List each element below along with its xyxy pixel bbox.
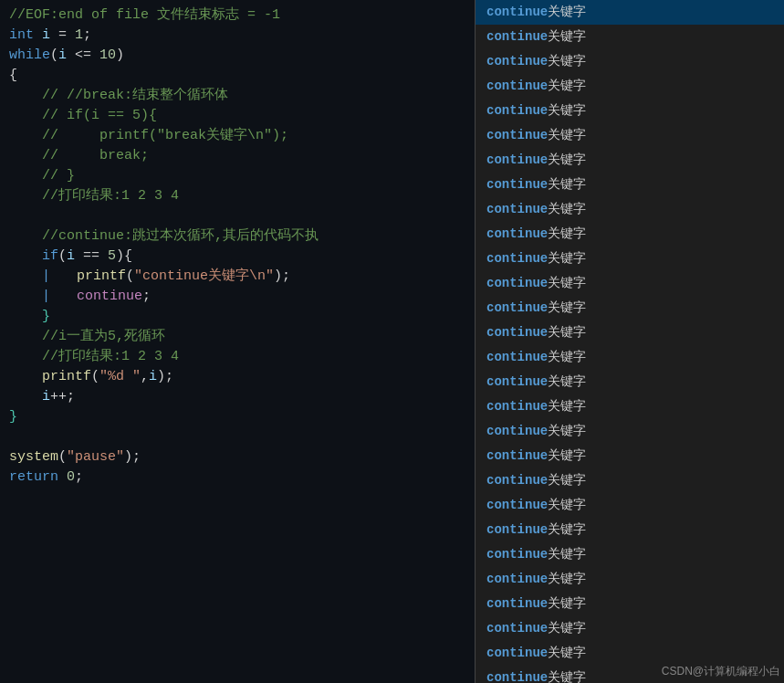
code-line-2: int i = 1 ; — [9, 26, 465, 46]
code-line-17: //i一直为5,死循环 — [9, 327, 465, 347]
code-line-18: //打印结果:1 2 3 4 — [9, 347, 465, 367]
code-line-11 — [9, 206, 465, 226]
autocomplete-item-25[interactable]: continue关键字 — [476, 616, 784, 641]
autocomplete-item-23[interactable]: continue关键字 — [476, 567, 784, 592]
autocomplete-item-0[interactable]: continue关键字 — [476, 0, 784, 25]
code-line-16: } — [9, 307, 465, 327]
watermark: CSDN@计算机编程小白 — [662, 664, 780, 679]
autocomplete-item-19[interactable]: continue关键字 — [476, 468, 784, 493]
code-line-19: printf ( "%d " , i ); — [9, 367, 465, 387]
autocomplete-item-15[interactable]: continue关键字 — [476, 370, 784, 394]
autocomplete-item-22[interactable]: continue关键字 — [476, 542, 784, 567]
code-line-12: //continue:跳过本次循环,其后的代码不执 — [9, 226, 465, 247]
code-line-4: { — [9, 66, 465, 86]
autocomplete-item-2[interactable]: continue关键字 — [476, 49, 784, 74]
autocomplete-item-11[interactable]: continue关键字 — [476, 271, 784, 296]
code-line-9: // } — [9, 166, 465, 186]
code-line-15: | continue ; — [9, 287, 465, 307]
code-line-7: // printf("break关键字\n"); — [9, 126, 465, 146]
code-line-14: | printf ( "continue关键字\n" ); — [9, 267, 465, 287]
code-line-1: //EOF:end of file 文件结束标志 = -1 — [9, 5, 465, 26]
autocomplete-item-18[interactable]: continue关键字 — [476, 444, 784, 468]
autocomplete-item-6[interactable]: continue关键字 — [476, 148, 784, 173]
autocomplete-item-3[interactable]: continue关键字 — [476, 74, 784, 99]
autocomplete-item-5[interactable]: continue关键字 — [476, 123, 784, 148]
code-line-10: //打印结果:1 2 3 4 — [9, 186, 465, 206]
autocomplete-item-20[interactable]: continue关键字 — [476, 493, 784, 518]
code-line-21: } — [9, 407, 465, 427]
autocomplete-item-4[interactable]: continue关键字 — [476, 99, 784, 123]
autocomplete-item-26[interactable]: continue关键字 — [476, 641, 784, 666]
autocomplete-item-7[interactable]: continue关键字 — [476, 173, 784, 197]
autocomplete-item-14[interactable]: continue关键字 — [476, 345, 784, 370]
autocomplete-item-17[interactable]: continue关键字 — [476, 419, 784, 444]
code-line-8: // break; — [9, 146, 465, 166]
autocomplete-dropdown[interactable]: continue关键字 continue关键字 continue关键字 cont… — [475, 0, 784, 683]
autocomplete-item-21[interactable]: continue关键字 — [476, 518, 784, 542]
code-line-13: if ( i == 5 ){ — [9, 247, 465, 267]
code-line-6: // if(i == 5){ — [9, 106, 465, 126]
code-editor[interactable]: //EOF:end of file 文件结束标志 = -1 int i = 1 … — [0, 0, 475, 683]
autocomplete-item-8[interactable]: continue关键字 — [476, 197, 784, 222]
autocomplete-item-9[interactable]: continue关键字 — [476, 222, 784, 247]
autocomplete-item-12[interactable]: continue关键字 — [476, 296, 784, 320]
code-line-23: system ( "pause" ); — [9, 447, 465, 468]
code-line-22 — [9, 427, 465, 447]
code-line-5: // //break:结束整个循环体 — [9, 86, 465, 106]
autocomplete-item-13[interactable]: continue关键字 — [476, 320, 784, 345]
autocomplete-item-16[interactable]: continue关键字 — [476, 394, 784, 419]
autocomplete-item-24[interactable]: continue关键字 — [476, 592, 784, 616]
code-line-24: return 0 ; — [9, 468, 465, 488]
code-line-3: while ( i <= 10 ) — [9, 46, 465, 66]
code-line-20: i ++; — [9, 387, 465, 407]
autocomplete-item-1[interactable]: continue关键字 — [476, 25, 784, 49]
autocomplete-item-10[interactable]: continue关键字 — [476, 247, 784, 271]
